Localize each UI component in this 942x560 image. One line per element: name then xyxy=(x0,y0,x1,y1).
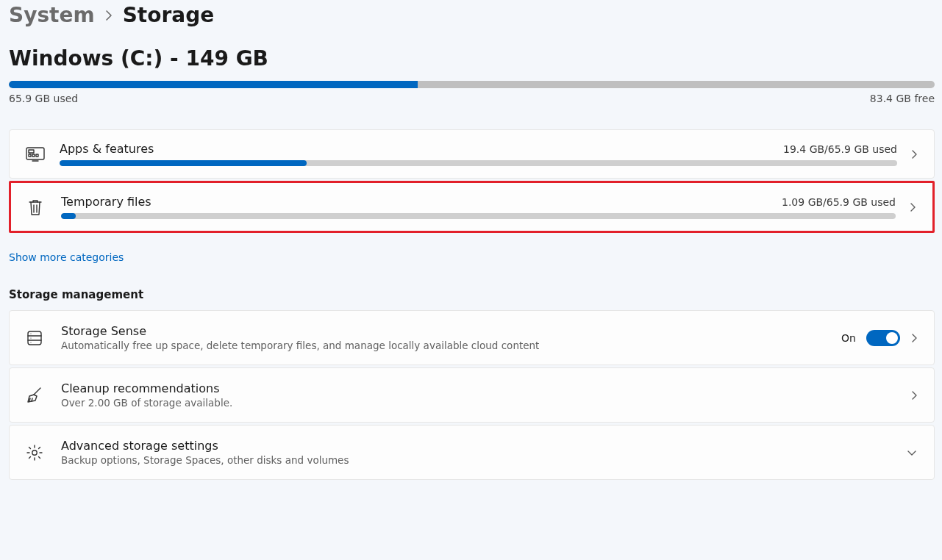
breadcrumb: System Storage xyxy=(9,3,935,27)
mgmt-title: Storage Sense xyxy=(61,324,841,338)
chevron-right-icon xyxy=(910,390,918,401)
drive-stats: 65.9 GB used 83.4 GB free xyxy=(9,93,935,104)
svg-rect-2 xyxy=(29,154,31,157)
chevron-right-icon xyxy=(897,148,918,160)
svg-line-14 xyxy=(34,388,40,395)
category-name: Apps & features xyxy=(60,142,154,156)
storage-category-temporary-files[interactable]: Temporary files1.09 GB/65.9 GB used xyxy=(9,181,935,233)
drive-usage-fill xyxy=(9,81,418,88)
svg-point-11 xyxy=(30,333,31,334)
storage-category-apps-features[interactable]: Apps & features19.4 GB/65.9 GB used xyxy=(9,129,935,179)
chevron-right-icon xyxy=(896,201,916,213)
mgmt-subtitle: Over 2.00 GB of storage available. xyxy=(61,397,910,409)
mgmt-subtitle: Backup options, Storage Spaces, other di… xyxy=(61,454,906,466)
mgmt-title: Advanced storage settings xyxy=(61,439,906,453)
category-bar xyxy=(60,160,897,166)
svg-rect-4 xyxy=(36,154,38,157)
mgmt-title: Cleanup recommendations xyxy=(61,381,910,395)
chevron-right-icon xyxy=(910,332,918,344)
svg-line-15 xyxy=(29,398,30,401)
category-usage: 1.09 GB/65.9 GB used xyxy=(782,196,896,208)
show-more-categories-link[interactable]: Show more categories xyxy=(9,251,124,263)
toggle-state-label: On xyxy=(841,332,856,344)
svg-point-12 xyxy=(30,337,31,338)
category-name: Temporary files xyxy=(61,195,151,209)
broom-icon xyxy=(26,386,61,405)
category-usage: 19.4 GB/65.9 GB used xyxy=(783,143,897,155)
category-bar xyxy=(61,213,896,219)
svg-rect-8 xyxy=(28,331,41,345)
svg-rect-1 xyxy=(29,150,34,153)
chevron-right-icon xyxy=(105,10,113,21)
svg-rect-3 xyxy=(32,154,35,157)
mgmt-cleanup-recommendations[interactable]: Cleanup recommendationsOver 2.00 GB of s… xyxy=(9,367,935,423)
breadcrumb-current: Storage xyxy=(123,3,215,27)
mgmt-subtitle: Automatically free up space, delete temp… xyxy=(61,340,841,351)
gear-icon xyxy=(26,444,61,462)
svg-point-13 xyxy=(30,342,31,342)
drive-usage-bar xyxy=(9,81,935,88)
breadcrumb-parent[interactable]: System xyxy=(9,3,95,27)
drive-title: Windows (C:) - 149 GB xyxy=(9,46,935,71)
apps-icon xyxy=(26,146,60,162)
disk-icon xyxy=(26,329,61,347)
mgmt-advanced-storage-settings[interactable]: Advanced storage settingsBackup options,… xyxy=(9,425,935,480)
drive-free-label: 83.4 GB free xyxy=(870,93,935,104)
storage-management-header: Storage management xyxy=(9,288,935,301)
svg-point-17 xyxy=(32,450,37,454)
drive-used-label: 65.9 GB used xyxy=(9,93,78,104)
trash-icon xyxy=(27,198,61,216)
svg-line-16 xyxy=(32,398,32,401)
mgmt-storage-sense[interactable]: Storage SenseAutomatically free up space… xyxy=(9,310,935,365)
chevron-down-icon xyxy=(906,449,918,456)
storage-sense-toggle[interactable] xyxy=(866,330,900,346)
